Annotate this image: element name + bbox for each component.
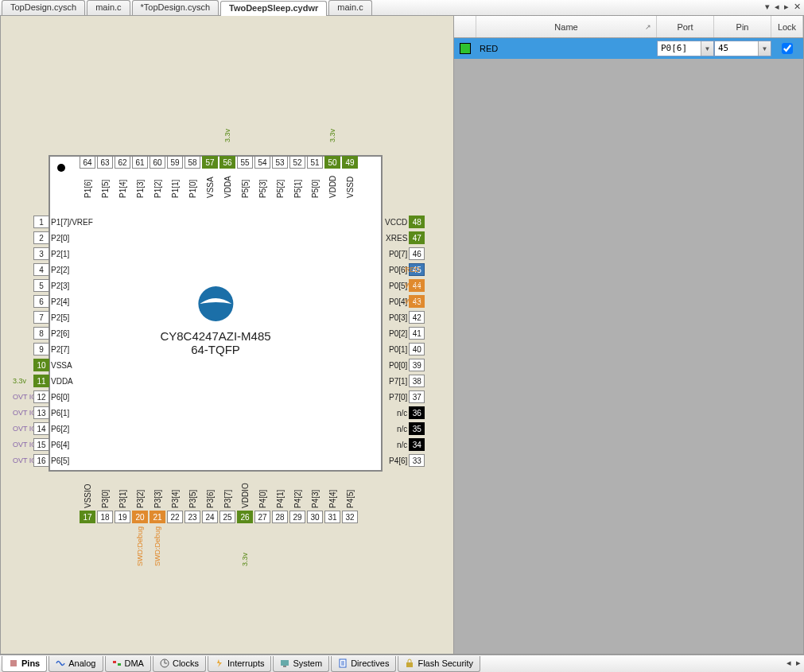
pin-57[interactable]: 57	[202, 156, 218, 169]
pin-30[interactable]: 30	[307, 511, 323, 523]
pin-53[interactable]: 53	[272, 156, 288, 169]
pin-19[interactable]: 19	[115, 511, 130, 523]
pin-9[interactable]: 9	[33, 343, 49, 355]
svg-rect-2	[113, 661, 116, 663]
pin-64[interactable]: 64	[80, 156, 95, 169]
pin-12[interactable]: 12	[33, 390, 49, 403]
pin-60[interactable]: 60	[150, 156, 165, 169]
pin-ext: WCO	[405, 297, 422, 305]
pin-label: VDDA	[51, 377, 73, 386]
btab-interrupts[interactable]: Interrupts	[208, 656, 271, 672]
pin-label: P2[3]	[51, 282, 69, 290]
cell-name[interactable]: RED	[476, 44, 657, 53]
pin-51[interactable]: 51	[307, 156, 323, 169]
pin-56[interactable]: 56	[219, 156, 235, 169]
pins-icon	[9, 658, 18, 668]
btab-flash[interactable]: Flash Security	[398, 656, 480, 672]
pin-6[interactable]: 6	[33, 295, 49, 308]
pin-16[interactable]: 16	[33, 454, 49, 467]
pin-17[interactable]: 17	[80, 511, 95, 523]
pin-8[interactable]: 8	[33, 327, 49, 340]
port-combo[interactable]: P0[6]▼	[657, 41, 714, 56]
pin-label: P2[4]	[51, 297, 69, 306]
pin-ext: 3.3v	[223, 129, 231, 142]
tab-dropdown-icon[interactable]: ▾	[765, 2, 770, 12]
pin-11[interactable]: 11	[33, 375, 49, 387]
pin-5[interactable]: 5	[33, 279, 49, 292]
pin-26[interactable]: 26	[237, 511, 253, 523]
directives-icon	[338, 658, 348, 668]
pin-28[interactable]: 28	[272, 511, 288, 523]
pin-ext: SWD:Debug	[136, 526, 144, 566]
pin-18[interactable]: 18	[97, 511, 113, 523]
btab-clocks[interactable]: Clocks	[153, 656, 206, 672]
pin-22[interactable]: 22	[167, 511, 183, 523]
pin-50[interactable]: 50	[324, 156, 340, 169]
col-lock[interactable]: Lock	[771, 16, 803, 37]
btab-dma[interactable]: DMA	[105, 656, 151, 672]
lock-checkbox[interactable]	[782, 43, 793, 54]
pin-4[interactable]: 4	[33, 263, 49, 276]
col-port[interactable]: Port	[657, 16, 714, 37]
pin-3[interactable]: 3	[33, 247, 49, 260]
col-swatch[interactable]	[454, 16, 476, 37]
pin-25[interactable]: 25	[219, 511, 235, 523]
pin-label: P6[2]	[51, 425, 69, 433]
pin-10[interactable]: 10	[33, 359, 49, 371]
pin-29[interactable]: 29	[289, 511, 305, 523]
pin-32[interactable]: 32	[342, 511, 358, 523]
pin-52[interactable]: 52	[289, 156, 305, 169]
pin-label: P1[2]	[153, 171, 162, 198]
btab-prev-icon[interactable]: ◂	[787, 658, 791, 668]
pin-combo[interactable]: 45▼	[714, 41, 771, 56]
pin-13[interactable]: 13	[33, 406, 49, 419]
pin-31[interactable]: 31	[324, 511, 340, 523]
tab-topdesign2[interactable]: *TopDesign.cysch	[132, 0, 219, 15]
pin-label: P2[7]	[51, 345, 69, 354]
pin-20[interactable]: 20	[132, 511, 148, 523]
pin-label: P2[5]	[51, 313, 69, 322]
btab-next-icon[interactable]: ▸	[796, 658, 801, 668]
btab-directives[interactable]: Directives	[331, 656, 396, 672]
pin-58[interactable]: 58	[184, 156, 200, 169]
tab-prev-icon[interactable]: ◂	[775, 2, 779, 12]
pin-15[interactable]: 15	[33, 438, 49, 451]
pin-2[interactable]: 2	[33, 231, 49, 244]
pin-59[interactable]: 59	[167, 156, 183, 169]
signal-swatch	[460, 43, 471, 54]
pin-63[interactable]: 63	[97, 156, 113, 169]
pin-21[interactable]: 21	[150, 511, 165, 523]
tab-close-icon[interactable]: ✕	[794, 2, 801, 12]
pin-24[interactable]: 24	[202, 511, 218, 523]
chevron-down-icon[interactable]: ▼	[701, 41, 713, 56]
pin-14[interactable]: 14	[33, 422, 49, 435]
pin-61[interactable]: 61	[132, 156, 148, 169]
btab-analog[interactable]: Analog	[49, 656, 103, 672]
chip-canvas[interactable]: CY8C4247AZI-M485 64-TQFP 3.3vOVT IOOVT I…	[1, 16, 454, 654]
tab-mainc2[interactable]: main.c	[328, 0, 371, 15]
table-row[interactable]: RED P0[6]▼ 45▼	[454, 38, 803, 59]
pin-label: P2[6]	[51, 329, 69, 338]
pin-55[interactable]: 55	[237, 156, 253, 169]
pin-1[interactable]: 1	[33, 216, 49, 228]
tab-mainc1[interactable]: main.c	[87, 0, 130, 15]
tab-topdesign1[interactable]: TopDesign.cysch	[2, 0, 85, 15]
pin-7[interactable]: 7	[33, 311, 49, 324]
tab-twodeepsleep[interactable]: TwoDeepSleep.cydwr	[220, 1, 327, 16]
col-name[interactable]: Name	[476, 16, 657, 37]
tab-next-icon[interactable]: ▸	[784, 2, 789, 12]
chevron-down-icon[interactable]: ▼	[758, 41, 771, 56]
pin-label: VSSA	[51, 361, 72, 370]
pin-label: P5[5]	[241, 171, 250, 198]
btab-system[interactable]: System	[273, 656, 329, 672]
chip-body: CY8C4247AZI-M485 64-TQFP	[49, 155, 383, 472]
pin-27[interactable]: 27	[254, 511, 270, 523]
pin-23[interactable]: 23	[184, 511, 200, 523]
pin-62[interactable]: 62	[115, 156, 130, 169]
pin-label: P3[2]	[136, 475, 145, 508]
pin-49[interactable]: 49	[342, 156, 358, 169]
col-pin[interactable]: Pin	[714, 16, 771, 37]
pin-label: VSSIO	[84, 475, 92, 508]
pin-54[interactable]: 54	[254, 156, 270, 169]
btab-pins[interactable]: Pins	[2, 656, 47, 672]
